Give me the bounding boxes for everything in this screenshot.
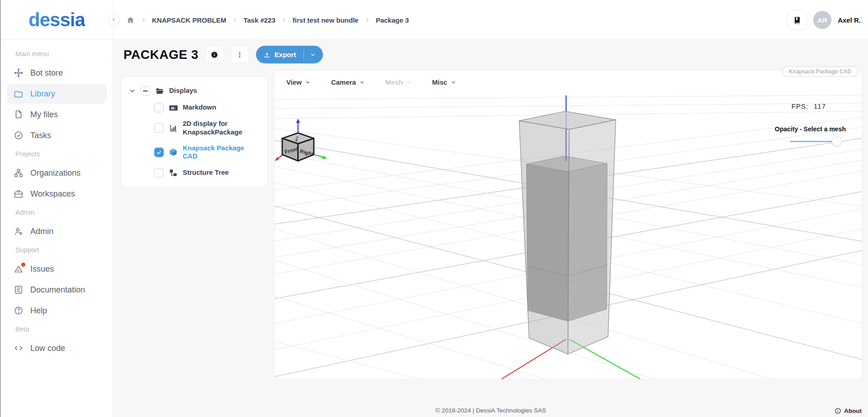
fps-value: 117 xyxy=(814,102,826,110)
tree-item-label: Structure Tree xyxy=(183,168,229,177)
chevron-down-icon xyxy=(360,80,365,85)
misc-menu[interactable]: Misc xyxy=(432,78,455,86)
knapsack-outer-shell xyxy=(519,111,616,354)
topbar-right: AR Axel R. xyxy=(787,0,861,40)
cad-scene: Front Right Top xyxy=(275,71,862,379)
fps-label: FPS: xyxy=(792,102,808,110)
sidebar-section-main-menu: Main menu Bot store Library My files xyxy=(0,50,113,145)
help-icon xyxy=(14,306,24,316)
dessia-logo[interactable]: dessia xyxy=(28,9,85,31)
opacity-slider-knob[interactable] xyxy=(832,136,842,146)
sidebar-item-low-code[interactable]: Low code xyxy=(7,338,107,358)
chevron-right-icon xyxy=(281,17,287,23)
workspaces-icon xyxy=(14,189,24,199)
tree-item-structure-tree[interactable]: Structure Tree xyxy=(122,164,267,181)
tree-root-row[interactable]: Displays xyxy=(122,82,267,99)
chevron-down-icon[interactable] xyxy=(129,87,136,94)
tree-item-label: Markdown xyxy=(183,103,216,112)
breadcrumb-item-current[interactable]: Package 3 xyxy=(376,16,409,24)
more-options-button[interactable] xyxy=(231,46,249,63)
sidebar-item-label: Documentation xyxy=(30,285,85,295)
breadcrumb-item[interactable]: Task #223 xyxy=(243,16,275,24)
gizmo-top-label: Top xyxy=(295,136,299,142)
sidebar-item-label: Help xyxy=(30,306,47,316)
menu-label: Camera xyxy=(331,78,356,86)
sidebar-item-bot-store[interactable]: Bot store xyxy=(7,63,107,83)
markdown-icon: M↓ xyxy=(169,103,178,112)
structure-tree-checkbox[interactable] xyxy=(154,168,164,177)
export-divider xyxy=(304,50,304,59)
sidebar-item-label: Issues xyxy=(30,264,54,274)
sidebar-item-issues[interactable]: Issues xyxy=(7,259,107,279)
breadcrumb-item[interactable]: first test new bundle xyxy=(293,16,359,24)
sidebar-item-my-files[interactable]: My files xyxy=(7,105,107,125)
about-button[interactable]: About xyxy=(835,407,862,414)
book-icon xyxy=(793,16,802,24)
tree-item-knapsack-cad[interactable]: Knapsack Package CAD xyxy=(122,140,267,165)
sidebar-item-label: Low code xyxy=(30,344,65,353)
logo-container: dessia xyxy=(0,0,113,40)
sidebar-item-label: Admin xyxy=(30,227,53,236)
tree-item-markdown[interactable]: M↓ Markdown xyxy=(122,99,267,116)
issues-badge xyxy=(21,263,25,267)
sidebar-item-library[interactable]: Library xyxy=(7,84,107,104)
export-label: Export xyxy=(275,51,296,58)
chart-2d-icon xyxy=(169,124,178,133)
kebab-menu-icon xyxy=(236,51,243,58)
sidebar-item-organizations[interactable]: Organizations xyxy=(7,163,107,183)
user-name: Axel R. xyxy=(838,16,861,24)
tasks-icon xyxy=(14,130,24,140)
info-circle-icon xyxy=(835,407,841,414)
camera-menu[interactable]: Camera xyxy=(331,78,365,86)
cad-box-icon xyxy=(169,148,178,157)
menu-label: View xyxy=(286,78,302,86)
sidebar-item-label: Workspaces xyxy=(30,189,75,199)
avatar[interactable]: AR xyxy=(813,11,831,29)
sidebar-item-admin[interactable]: Admin xyxy=(7,221,107,241)
markdown-checkbox[interactable] xyxy=(154,103,164,112)
tree-root-label: Displays xyxy=(169,86,197,95)
file-icon xyxy=(14,110,24,120)
sidebar-item-help[interactable]: Help xyxy=(7,301,107,321)
home-icon[interactable] xyxy=(126,16,135,24)
sidebar-section-support: Support Issues Documentation Help xyxy=(0,246,113,321)
page-title: PACKAGE 3 xyxy=(123,48,199,62)
chevron-right-icon xyxy=(232,17,237,23)
breadcrumb-item[interactable]: KNAPSACK PROBLEM xyxy=(152,16,226,24)
page-header: PACKAGE 3 Export xyxy=(123,46,323,63)
breadcrumb: KNAPSACK PROBLEM Task #223 first test ne… xyxy=(126,0,409,40)
tree-item-2d-display[interactable]: 2D display for KnapsackPackage xyxy=(122,116,267,140)
export-button[interactable]: Export xyxy=(256,46,323,63)
info-icon xyxy=(210,51,218,59)
sidebar: dessia Main menu Bot store Library M xyxy=(0,0,114,417)
chevron-down-icon xyxy=(451,80,456,85)
sidebar-item-tasks[interactable]: Tasks xyxy=(7,125,107,145)
tree-item-label: 2D display for KnapsackPackage xyxy=(183,120,260,137)
changelog-button[interactable] xyxy=(787,10,807,30)
knapsack-cad-checkbox-checked[interactable] xyxy=(154,148,164,157)
sidebar-collapse-button[interactable] xyxy=(108,14,120,26)
folder-open-icon xyxy=(155,86,164,96)
about-label: About xyxy=(844,407,862,414)
sidebar-section-projects: Projects Organizations Workspaces xyxy=(0,150,113,204)
sidebar-item-workspaces[interactable]: Workspaces xyxy=(7,184,107,204)
opacity-label: Opacity - Select a mesh xyxy=(775,125,846,133)
mesh-menu: Mesh xyxy=(385,78,411,86)
chevron-right-icon xyxy=(141,17,146,23)
issues-icon xyxy=(14,264,24,274)
menu-label: Misc xyxy=(432,78,447,86)
2d-display-checkbox[interactable] xyxy=(154,123,164,133)
sidebar-section-admin: Admin Admin xyxy=(0,208,113,241)
sidebar-section-beta: Beta Low code xyxy=(0,325,113,358)
info-button[interactable] xyxy=(205,46,224,63)
displays-checkbox-indeterminate[interactable] xyxy=(141,86,150,96)
chevron-down-icon[interactable] xyxy=(310,52,316,58)
viewer-title-chip: Knapsack Package CAD xyxy=(782,66,859,77)
low-code-icon xyxy=(14,343,24,353)
sidebar-item-documentation[interactable]: Documentation xyxy=(7,280,107,300)
structure-tree-icon xyxy=(169,168,178,177)
section-label: Beta xyxy=(0,325,113,337)
cad-canvas[interactable]: Front Right Top xyxy=(275,71,862,379)
opacity-slider[interactable] xyxy=(790,136,842,147)
view-menu[interactable]: View xyxy=(286,78,310,86)
